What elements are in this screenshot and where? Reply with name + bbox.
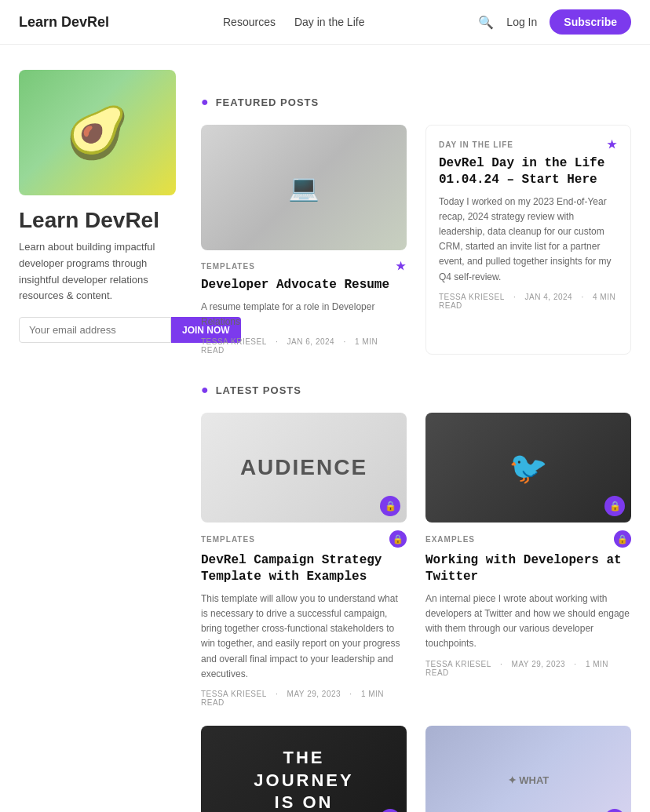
brand-logo[interactable]: Learn DevRel xyxy=(19,14,109,31)
hero-image: 🥑 xyxy=(19,70,176,195)
latest-card-image-0: AUDIENCE 🔒 xyxy=(201,413,407,523)
featured-label: FEATURED POSTS xyxy=(216,96,320,108)
lock-icon-0: 🔒 xyxy=(389,530,407,548)
subscribe-button[interactable]: Subscribe xyxy=(550,9,631,35)
lock-badge-1: 🔒 xyxy=(604,496,625,516)
twitter-image: 🐦 xyxy=(425,413,631,523)
star-icon: ★ xyxy=(396,260,407,272)
latest-card-image-1: 🐦 🔒 xyxy=(425,413,631,523)
avocado-illustration: 🥑 xyxy=(19,70,176,195)
navbar: Learn DevRel Resources Day in the Life 🔍… xyxy=(0,0,650,45)
latest-dot-icon: ● xyxy=(201,383,210,397)
featured-grid: 💻 TEMPLATES ★ Developer Advocate Resume … xyxy=(201,125,631,355)
latest-desc-1: An internal piece I wrote about working … xyxy=(425,592,631,652)
lock-icon-1: 🔒 xyxy=(614,530,631,548)
latest-grid: AUDIENCE 🔒 TEMPLATES 🔒 DevRel Campaign S… xyxy=(201,413,631,812)
latest-card-1: 🐦 🔒 EXAMPLES 🔒 Working with Developers a… xyxy=(425,413,631,707)
featured-dot-icon: ● xyxy=(201,95,210,109)
latest-desc-0: This template will allow you to understa… xyxy=(201,592,407,682)
side-card-title[interactable]: DevRel Day in the Life 01.04.24 – Start … xyxy=(439,155,618,188)
card-title-0[interactable]: Developer Advocate Resume xyxy=(201,277,407,293)
hero-signup-form: JOIN NOW xyxy=(19,317,176,343)
nav-link-dayinlife[interactable]: Day in the Life xyxy=(294,16,365,28)
hero-title: Learn DevRel xyxy=(19,208,176,233)
latest-title-1[interactable]: Working with Developers at Twitter xyxy=(425,552,631,585)
main-content: ● FEATURED POSTS 💻 TEMPLATES ★ Developer… xyxy=(201,70,631,812)
latest-meta-1: TESSA KRIESEL · MAY 29, 2023 · 1 MIN REA… xyxy=(425,660,631,677)
hero-section: 🥑 Learn DevRel Learn about building impa… xyxy=(0,45,650,812)
journey-image: THEJOURNEYIS ON xyxy=(201,726,407,812)
nav-links: Resources Day in the Life xyxy=(223,16,364,28)
card-desc-0: A resume template for a role in Develope… xyxy=(201,300,407,330)
card-meta-0: TESSA KRIESEL · JAN 6, 2024 · 1 MIN READ xyxy=(201,337,407,355)
latest-card-image-2: THEJOURNEYIS ON 🔒 xyxy=(201,726,407,812)
featured-card-image: 💻 xyxy=(201,125,407,250)
side-card-desc: Today I worked on my 2023 End-of-Year re… xyxy=(439,195,618,285)
audience-image: AUDIENCE xyxy=(201,413,407,523)
latest-tag-0: TEMPLATES 🔒 xyxy=(201,530,407,548)
latest-tag-1: EXAMPLES 🔒 xyxy=(425,530,631,548)
latest-card-0: AUDIENCE 🔒 TEMPLATES 🔒 DevRel Campaign S… xyxy=(201,413,407,707)
laptop-image: 💻 xyxy=(201,125,407,250)
latest-card-2: THEJOURNEYIS ON 🔒 TEMPLATES 🔒 Developer … xyxy=(201,726,407,812)
latest-title-0[interactable]: DevRel Campaign Strategy Template with E… xyxy=(201,552,407,585)
featured-side-card: DAY IN THE LIFE ★ DevRel Day in the Life… xyxy=(425,125,631,355)
latest-card-image-3: ✦ WHAT 🔒 xyxy=(425,726,631,812)
latest-section-header: ● LATEST POSTS xyxy=(201,383,631,397)
featured-section-header: ● FEATURED POSTS xyxy=(201,95,631,109)
card-tag-0: TEMPLATES ★ xyxy=(201,260,407,272)
side-card-meta: TESSA KRIESEL · JAN 4, 2024 · 4 MIN READ xyxy=(439,293,618,310)
latest-meta-0: TESSA KRIESEL · MAY 29, 2023 · 1 MIN REA… xyxy=(201,690,407,707)
lock-badge-0: 🔒 xyxy=(380,496,400,516)
nav-link-resources[interactable]: Resources xyxy=(223,16,276,28)
devrel-image: ✦ WHAT xyxy=(425,726,631,812)
email-input[interactable] xyxy=(19,317,171,343)
latest-label: LATEST POSTS xyxy=(216,384,301,396)
nav-actions: 🔍 Log In Subscribe xyxy=(478,9,631,35)
hero-description: Learn about building impactful developer… xyxy=(19,239,176,304)
side-star-icon: ★ xyxy=(607,138,618,151)
login-button[interactable]: Log In xyxy=(506,16,537,28)
featured-card-0: 💻 TEMPLATES ★ Developer Advocate Resume … xyxy=(201,125,407,355)
search-icon[interactable]: 🔍 xyxy=(478,15,494,30)
hero-left: 🥑 Learn DevRel Learn about building impa… xyxy=(19,70,176,343)
side-card-tag: DAY IN THE LIFE ★ xyxy=(439,138,618,151)
latest-card-3: ✦ WHAT 🔒 TEMPLATES 🔒 What is DevRel? Sli… xyxy=(425,726,631,812)
